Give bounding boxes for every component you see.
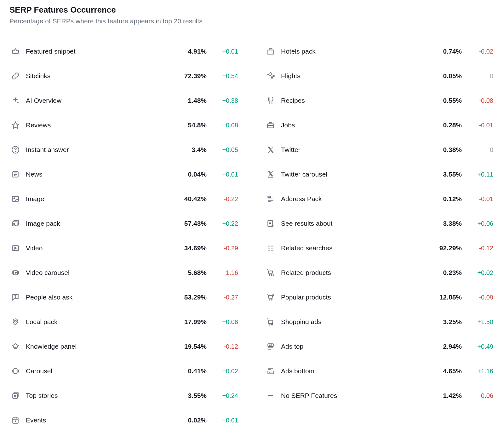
feature-delta: -0.12 xyxy=(462,245,493,252)
sparkle-icon xyxy=(11,96,20,105)
feature-delta: +0.01 xyxy=(207,417,238,424)
svg-point-54 xyxy=(269,299,270,300)
feature-percentage: 2.94% xyxy=(421,343,462,350)
flights-icon xyxy=(266,71,275,81)
feature-row[interactable]: Popular products12.85%-0.09 xyxy=(265,285,495,310)
feature-label: Events xyxy=(26,416,166,424)
feature-percentage: 3.25% xyxy=(421,318,462,326)
feature-row[interactable]: Image pack57.43%+0.22 xyxy=(9,211,239,236)
feature-row[interactable]: No SERP Features1.42%-0.06 xyxy=(265,383,495,408)
address-icon xyxy=(266,194,275,204)
feature-row[interactable]: Events0.02%+0.01 xyxy=(9,408,239,433)
feature-row[interactable]: Sitelinks72.39%+0.54 xyxy=(9,64,239,88)
feature-delta: +0.54 xyxy=(207,73,238,80)
feature-row[interactable]: Reviews54.8%+0.08 xyxy=(9,113,239,137)
feature-row[interactable]: Video34.69%-0.29 xyxy=(9,236,239,260)
feature-delta: -1.16 xyxy=(207,269,238,276)
feature-percentage: 92.29% xyxy=(421,244,462,252)
feature-label: AI Overview xyxy=(26,97,166,104)
feature-delta: +1.50 xyxy=(462,318,493,326)
svg-rect-30 xyxy=(268,50,273,54)
feature-percentage: 0.38% xyxy=(421,146,462,154)
twitter-carousel-icon xyxy=(266,170,275,179)
feature-row[interactable]: Twitter carousel3.55%+0.11 xyxy=(265,162,495,187)
feature-percentage: 0.05% xyxy=(421,72,462,80)
feature-row[interactable]: Related searches92.29%-0.12 xyxy=(265,236,495,260)
features-right-column: Hotels pack0.74%-0.02Flights0.05%0Recipe… xyxy=(265,39,495,433)
results-about-icon xyxy=(266,219,275,228)
panel-subtitle: Percentage of SERPs where this feature a… xyxy=(9,17,495,25)
feature-percentage: 0.74% xyxy=(421,48,462,55)
feature-label: Ads top xyxy=(281,343,421,350)
feature-row[interactable]: Featured snippet4.91%+0.01 xyxy=(9,39,239,64)
feature-percentage: 0.41% xyxy=(166,367,207,375)
hotel-icon xyxy=(266,47,275,56)
feature-delta: -0.02 xyxy=(462,48,493,55)
feature-percentage: 57.43% xyxy=(166,220,207,227)
feature-row[interactable]: Recipes0.55%-0.08 xyxy=(265,88,495,113)
feature-row[interactable]: Image40.42%-0.22 xyxy=(9,187,239,211)
feature-percentage: 3.38% xyxy=(421,220,462,227)
feature-percentage: 4.91% xyxy=(166,48,207,55)
feature-row[interactable]: Top stories3.55%+0.24 xyxy=(9,383,239,408)
feature-row[interactable]: Jobs0.28%-0.01 xyxy=(265,113,495,137)
feature-row[interactable]: Local pack17.99%+0.06 xyxy=(9,310,239,334)
svg-point-52 xyxy=(271,275,272,276)
feature-delta: +0.06 xyxy=(207,318,238,326)
feature-row[interactable]: Twitter0.38%0 xyxy=(265,137,495,162)
feature-row[interactable]: AI Overview1.48%+0.38 xyxy=(9,88,239,113)
ads-bottom-icon: AD xyxy=(266,366,275,376)
image-pack-icon xyxy=(11,219,20,228)
feature-label: Jobs xyxy=(281,121,421,129)
svg-marker-29 xyxy=(14,420,17,422)
feature-delta: -0.27 xyxy=(207,294,238,301)
feature-percentage: 0.55% xyxy=(421,97,462,104)
recipes-icon xyxy=(266,96,275,105)
question-icon xyxy=(11,145,20,154)
feature-delta: 0 xyxy=(462,73,493,80)
feature-label: Reviews xyxy=(26,121,166,129)
feature-row[interactable]: People also ask53.29%-0.27 xyxy=(9,285,239,310)
feature-percentage: 12.85% xyxy=(421,294,462,301)
feature-label: Local pack xyxy=(26,318,166,326)
feature-delta: -0.01 xyxy=(462,195,493,203)
related-products-icon xyxy=(266,268,275,277)
svg-point-2 xyxy=(15,151,16,152)
feature-row[interactable]: ADAds top2.94%+0.49 xyxy=(265,334,495,359)
feature-row[interactable]: ADAds bottom4.65%+1.16 xyxy=(265,359,495,383)
svg-point-58 xyxy=(272,324,272,325)
feature-row[interactable]: Flights0.05%0 xyxy=(265,64,495,88)
svg-text:AD: AD xyxy=(269,371,272,374)
feature-row[interactable]: Related products0.23%+0.02 xyxy=(265,260,495,285)
feature-label: Hotels pack xyxy=(281,48,421,55)
feature-row[interactable]: See results about3.38%+0.06 xyxy=(265,211,495,236)
feature-row[interactable]: News0.04%+0.01 xyxy=(9,162,239,187)
feature-delta: 0 xyxy=(462,146,493,154)
video-carousel-icon xyxy=(11,268,20,277)
feature-row[interactable]: Carousel0.41%+0.02 xyxy=(9,359,239,383)
feature-row[interactable]: Knowledge panel19.54%-0.12 xyxy=(9,334,239,359)
link-icon xyxy=(11,71,20,81)
feature-percentage: 40.42% xyxy=(166,195,207,203)
svg-point-57 xyxy=(269,324,270,325)
minus-icon xyxy=(266,391,275,400)
feature-label: Related searches xyxy=(281,244,421,252)
svg-rect-22 xyxy=(13,394,17,398)
feature-row[interactable]: Address Pack0.12%-0.01 xyxy=(265,187,495,211)
feature-label: Ads bottom xyxy=(281,367,421,375)
feature-row[interactable]: Shopping ads3.25%+1.50 xyxy=(265,310,495,334)
svg-marker-12 xyxy=(15,247,16,249)
popular-products-icon xyxy=(266,293,275,302)
feature-row[interactable]: Instant answer3.4%+0.05 xyxy=(9,137,239,162)
feature-percentage: 1.48% xyxy=(166,97,207,104)
feature-row[interactable]: Hotels pack0.74%-0.02 xyxy=(265,39,495,64)
svg-marker-0 xyxy=(12,122,19,129)
feature-delta: +0.11 xyxy=(462,171,493,178)
feature-label: Flights xyxy=(281,72,421,80)
svg-rect-37 xyxy=(268,177,273,178)
feature-label: Sitelinks xyxy=(26,72,166,80)
pin-icon xyxy=(11,317,20,327)
feature-row[interactable]: Video carousel5.68%-1.16 xyxy=(9,260,239,285)
svg-point-8 xyxy=(14,198,15,199)
feature-delta: +0.06 xyxy=(462,220,493,227)
